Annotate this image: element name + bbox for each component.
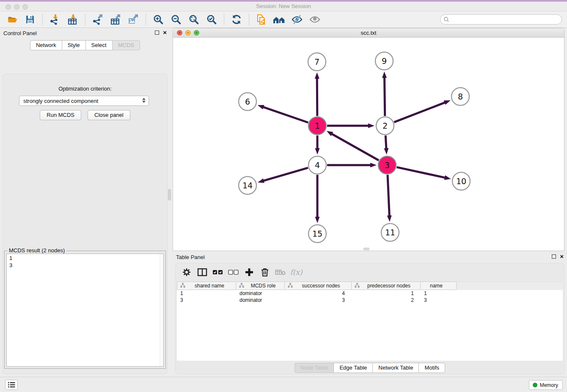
tab-select[interactable]: Select — [85, 40, 113, 50]
select-all-rows-icon[interactable] — [212, 266, 224, 278]
hide-panels-icon[interactable] — [290, 13, 304, 26]
tab-mcds[interactable]: MCDS — [112, 40, 140, 50]
graph-node-8[interactable]: 8 — [451, 88, 469, 105]
table-cell[interactable]: dominator — [236, 297, 285, 304]
zoom-fit-icon[interactable] — [187, 13, 201, 26]
optimization-select[interactable]: strongly connected component — [19, 96, 149, 106]
graph-node-11[interactable]: 11 — [381, 224, 399, 241]
save-session-icon[interactable] — [23, 13, 37, 26]
close-panel-button[interactable]: Close panel — [88, 110, 130, 120]
search-input[interactable] — [440, 14, 562, 25]
graph-node-1[interactable]: 1 — [308, 117, 326, 135]
app-title: Session: New Session — [0, 3, 567, 9]
import-network-icon[interactable] — [48, 13, 62, 26]
toolbar-separator — [249, 14, 249, 25]
table-cell[interactable]: dominator — [236, 290, 285, 297]
import-table-icon[interactable] — [66, 13, 80, 26]
network-canvas[interactable]: 7968124314101511 — [173, 38, 564, 251]
zoom-out-icon[interactable] — [169, 13, 183, 26]
graph-edge-3-11[interactable] — [387, 175, 392, 222]
graph-node-15[interactable]: 15 — [308, 225, 326, 243]
graph-node-4[interactable]: 4 — [308, 156, 326, 174]
graph-edge-4-14[interactable] — [258, 168, 308, 183]
table-panel-title: Table Panel — [176, 254, 205, 260]
table-cell[interactable]: 1 — [352, 290, 421, 297]
table-close-panel-icon[interactable]: × — [560, 254, 564, 259]
graph-node-6[interactable]: 6 — [239, 93, 256, 110]
column-header-successor-nodes[interactable]: successor nodes — [285, 282, 352, 290]
panel-splitter-grip[interactable] — [168, 189, 171, 200]
table-cell[interactable]: 4 — [285, 290, 352, 297]
graph-node-14[interactable]: 14 — [239, 177, 256, 194]
graph-edge-1-4[interactable] — [315, 135, 320, 155]
tab-style[interactable]: Style — [62, 40, 86, 50]
mcds-result-scrollbar[interactable] — [160, 254, 163, 366]
graph-edge-1-6[interactable] — [258, 105, 308, 123]
open-file-icon[interactable] — [5, 13, 19, 26]
delete-columns-icon[interactable] — [259, 266, 271, 278]
tab-motifs[interactable]: Motifs — [418, 363, 445, 373]
memory-label: Memory — [540, 382, 558, 388]
network-resize-grip[interactable] — [363, 248, 369, 250]
close-panel-icon[interactable]: × — [163, 30, 167, 35]
delete-table-icon — [274, 266, 287, 278]
zoom-in-icon[interactable] — [151, 13, 165, 26]
float-panel-icon[interactable] — [155, 30, 159, 35]
run-mcds-button[interactable]: Run MCDS — [40, 110, 81, 120]
export-image-icon[interactable] — [126, 13, 140, 26]
export-network-icon[interactable] — [91, 13, 105, 26]
network-window: × − + scc.txt 7968124314101511 — [173, 28, 564, 251]
table-mode-icon[interactable] — [180, 266, 193, 278]
graph-edge-3-1[interactable] — [327, 131, 379, 160]
graph-node-10[interactable]: 10 — [452, 172, 470, 190]
graph-edge-4-15[interactable] — [315, 175, 320, 223]
table-cell[interactable]: 3 — [421, 297, 457, 304]
tab-network[interactable]: Network — [30, 40, 62, 50]
create-column-icon[interactable] — [243, 266, 256, 278]
table-cell[interactable]: 1 — [177, 290, 236, 297]
table-cell[interactable]: 2 — [352, 297, 421, 304]
first-neighbors-icon[interactable] — [272, 13, 286, 26]
table-row[interactable]: 1dominator411 — [177, 290, 563, 297]
table-row[interactable]: 3dominator323 — [177, 297, 563, 304]
column-header-MCDS-role[interactable]: MCDS role — [236, 282, 285, 290]
graph-edge-4-3[interactable] — [327, 163, 377, 168]
graph-node-2[interactable]: 2 — [376, 117, 394, 135]
deselect-all-rows-icon[interactable] — [227, 266, 240, 278]
graph-edge-3-10[interactable] — [397, 167, 451, 180]
table-cell[interactable]: 3 — [177, 297, 236, 304]
tab-node-table[interactable]: Node Table — [295, 363, 334, 373]
graph-edge-1-7[interactable] — [315, 72, 319, 116]
graph-node-3[interactable]: 3 — [378, 156, 396, 174]
app-titlebar: Session: New Session — [0, 0, 567, 11]
network-title: scc.txt — [173, 30, 564, 36]
column-header-name[interactable]: name — [421, 282, 457, 290]
clone-network-icon[interactable] — [254, 13, 269, 26]
table-cell[interactable]: 3 — [285, 297, 352, 304]
zoom-selected-icon[interactable] — [204, 13, 219, 26]
memory-button[interactable]: Memory — [529, 380, 563, 390]
graph-edge-2-3[interactable] — [384, 135, 388, 155]
table-panel: Table Panel × f(x) shared nameMCDS roles… — [173, 252, 567, 376]
tab-network-table[interactable]: Network Table — [372, 363, 419, 373]
graph-edge-1-2[interactable] — [327, 124, 374, 128]
table-cell[interactable]: 1 — [421, 290, 457, 297]
graph-node-7[interactable]: 7 — [308, 53, 326, 71]
graph-node-9[interactable]: 9 — [375, 52, 393, 70]
network-graph[interactable]: 7968124314101511 — [173, 38, 564, 251]
control-panel-tabs: NetworkStyleSelectMCDS — [0, 40, 170, 50]
column-header-predecessor-nodes[interactable]: predecessor nodes — [352, 282, 421, 290]
table-float-panel-icon[interactable] — [552, 254, 556, 259]
show-panels-icon[interactable] — [308, 13, 322, 26]
mcds-result-list[interactable]: 1 3 — [6, 254, 164, 367]
refresh-layout-icon[interactable] — [229, 13, 244, 26]
tab-edge-table[interactable]: Edge Table — [333, 363, 373, 373]
hidden-panels-button[interactable] — [5, 380, 18, 390]
graph-edge-2-8[interactable] — [394, 100, 450, 122]
network-window-titlebar[interactable]: × − + scc.txt — [173, 28, 564, 38]
graph-edge-2-9[interactable] — [382, 72, 387, 116]
table-tabs: Node TableEdge TableNetwork TableMotifs — [175, 363, 564, 373]
export-table-icon[interactable] — [108, 13, 123, 26]
column-header-shared-name[interactable]: shared name — [177, 282, 236, 290]
show-columns-icon[interactable] — [196, 266, 209, 278]
